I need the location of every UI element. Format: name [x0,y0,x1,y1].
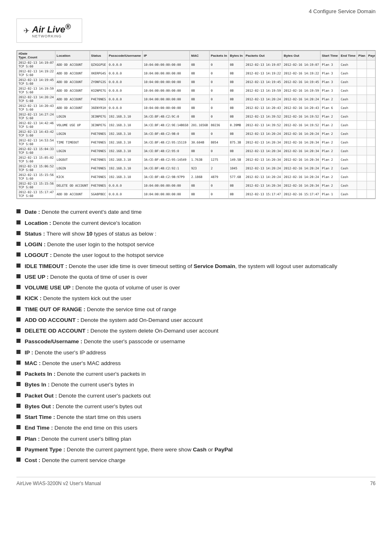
cell-payment [367,95,376,104]
cell-packets-in: 0 [209,86,228,95]
bullet-bold2: PayPal [214,446,233,453]
cell-packets-out: 2012-02-13 14:20:34 [244,155,282,164]
logo-registered: ® [65,22,71,31]
cell-packets-out: 2012-02-13 14:20:24 [244,164,282,173]
cell-plan [357,130,367,138]
cell-date: 2012-02-13 15:05:02TCP S:60 [17,155,55,164]
bullet-content: Bytes Out : Denote the current user's by… [25,402,142,411]
cell-end-time: Cash [339,78,357,86]
bullet-icon [16,317,21,321]
cell-passcode: 0.0.0.0 [107,60,142,69]
bullet-term: DELETE OD ACCOUNT : [25,328,90,334]
cell-payment [367,147,376,155]
col-plan: Plan [357,51,367,60]
bullet-icon [16,296,21,300]
bullet-bold: Service Domain [194,263,235,269]
cell-payment [367,155,376,164]
cell-status: P4E70NES [90,130,107,138]
col-packets-in: Packets In [209,51,228,60]
cell-bytes-in: 0B [228,104,244,112]
cell-packets-in: 0 [209,95,228,104]
bullet-content: Status : There will show 10 types of sta… [25,230,156,238]
cell-payment [367,112,376,121]
table-row: 2012-02-13 14:19:22TCP S:60ADD OD ACCOUN… [17,69,376,78]
cell-bytes-out: 2012-02-16 14:20:34 [282,155,321,164]
cell-status: 3E3NPE7G [90,112,107,121]
cell-start-time: Plan 3 [321,60,339,69]
chapter-header: 4 Configure Service Domain [16,8,376,14]
cell-bytes-out: 2012-02-16 14:20:24 [282,164,321,173]
bullet-desc: Denote the quota of volume of user is ov… [76,284,180,291]
cell-payment [367,164,376,173]
bullet-term: Cost : [25,457,42,463]
cell-mac: 201.1656B [190,121,210,130]
bullet-term: ADD OD ACCOUNT : [25,317,81,323]
list-item: TIME OUT OF RANGE : Denote the service t… [16,305,376,314]
cell-packets-out: 2012-02-13 14:19:22 [244,69,282,78]
cell-start-time: Plan 3 [321,69,339,78]
bullet-desc: Denote the current device's location [53,220,141,226]
bullet-desc: Denote the current user's bytes in [51,382,134,388]
cell-passcode: 0.0.0.0 [107,104,142,112]
bullet-icon [16,264,21,268]
cell-bytes-in: 0B [228,78,244,86]
cell-bytes-out: 2012-02-16 14:20:34 [282,181,321,190]
cell-plan [357,190,367,199]
cell-payment [367,69,376,78]
bullet-content: LOGOUT : Denote the user logout to the h… [25,251,164,259]
cell-ip: 10:04:00:00:00:00:00 [142,95,189,104]
cell-plan [357,121,367,130]
cell-passcode: 0.0.0.0 [107,69,142,78]
bullet-desc: Denote the current payment type, there w… [67,446,193,453]
footer-page: 76 [370,481,376,486]
bullet-term: TIME OUT OF RANGE : [25,306,87,312]
bullet-content: Start Time : Denote the start time on th… [25,413,141,421]
cell-passcode: 192.168.3.10 [107,155,142,164]
cell-bytes-out: 2012-02-16 14:20:24 [282,173,321,181]
col-status: Status [90,51,107,60]
bullet-icon [16,393,21,397]
list-item: KICK : Denote the system kick out the us… [16,294,376,303]
cell-plan [357,86,367,95]
cell-ip: 3A:CE:BF:4B:C2:9B:0 [142,130,189,138]
cell-location: ADD OD ACCOUNT [55,104,90,112]
bullet-content: Passcode/Username : Denote the user's pa… [25,338,185,346]
bullet-content: Payment Type : Denote the current paymen… [25,446,233,454]
cell-packets-in: 8054 [209,138,228,147]
cell-passcode: 0.0.0.0 [107,78,142,86]
cell-start-time: Plan 2 [321,112,339,121]
col-start-time: Start Time [321,51,339,60]
bullet-icon [16,371,21,375]
bullet-content: USE UP : Denote the quota of time of use… [25,273,147,281]
cell-bytes-out: 2012-02-16 14:20:24 [282,95,321,104]
cell-date: 2012-02-13 15:06:52TCP S:60 [17,164,55,173]
list-item: Packets In : Denote the current user's p… [16,370,376,378]
bullet-icon [16,339,21,343]
cell-passcode: 192.168.3.10 [107,173,142,181]
bullet-bold: 10 [86,231,92,237]
bullet-term: LOGIN : [25,241,47,247]
bullet-desc: Denote the system add On-Demand user acc… [81,317,203,323]
bullet-desc: Denote the end time on this users [55,425,138,431]
bullet-desc: Denote the service time out of range [87,306,177,312]
bullet-term: LOGOUT : [25,252,53,258]
cell-ip: 3A:CE:BF:4B:C2:92:1 [142,164,189,173]
cell-start-time: Plan 2 [321,147,339,155]
table-row: 2012-02-13 15:17:47TCP S:60ADD OD ACCOUN… [17,190,376,199]
list-item: Payment Type : Denote the current paymen… [16,446,376,454]
cell-bytes-in: 149.5B [228,155,244,164]
bullet-content: Cost : Denote the current service charge [25,456,125,465]
bullet-icon [16,231,21,235]
cell-payment [367,60,376,69]
cell-status: P4E70NES [90,173,107,181]
cell-location: LOGIN [55,147,90,155]
log-table-wrapper: #DateType_Count Location Status Passcode… [16,50,376,199]
bullet-term: Payment Type : [25,446,67,453]
bullet-content: Packet Out : Denote the current user's p… [25,392,150,400]
cell-passcode: 192.168.3.10 [107,130,142,138]
bullet-desc: Denote the user's IP address [35,349,106,356]
col-end-time: End Time [339,51,357,60]
cell-location: ADD OD ACCOUNT [55,86,90,95]
cell-end-time: Cash [339,104,357,112]
list-item: Cost : Denote the current service charge [16,456,376,465]
